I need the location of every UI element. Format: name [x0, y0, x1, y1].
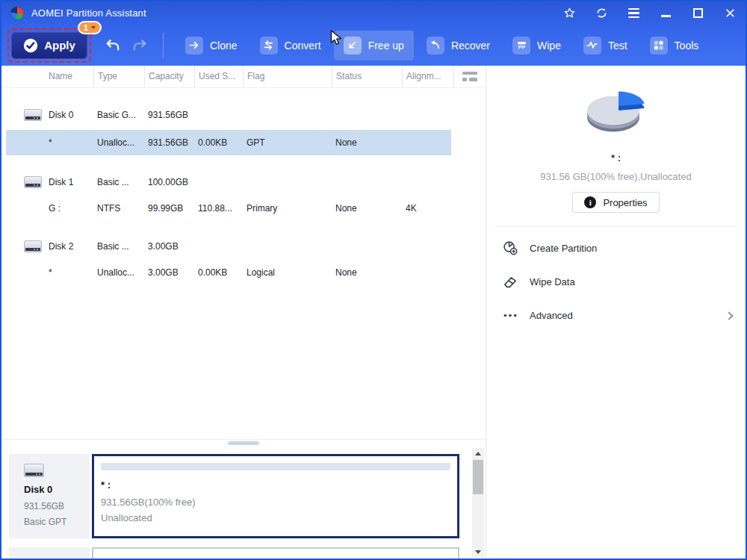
wipe-data-icon [503, 274, 518, 290]
advanced-dots-icon [503, 308, 518, 323]
app-window: AOMEI Partition Assistant Apply [0, 0, 747, 560]
cell-capacity: 3.00GB [144, 241, 194, 252]
cell-used: 0.00KB [194, 137, 243, 148]
column-header-alignm[interactable]: Alignm... [402, 66, 453, 87]
action-label: Advanced [530, 310, 573, 321]
action-label: Wipe Data [530, 276, 575, 287]
column-settings-icon [462, 72, 477, 81]
disk-row[interactable]: Disk 2Basic ...3.00GB [1, 235, 486, 258]
action-label: Create Partition [530, 243, 597, 254]
partition-filesystem: Unallocated [101, 512, 450, 523]
pending-operations-badge[interactable]: 1 [78, 21, 102, 34]
partition-usage-bar [101, 463, 450, 470]
cell-capacity: 931.56GB [144, 110, 194, 120]
cell-status: None [332, 203, 402, 214]
disk-icon-cell [1, 176, 45, 188]
column-header-capacity[interactable]: Capacity [144, 66, 194, 87]
cell-flag: GPT [243, 137, 332, 148]
disk-icon [24, 464, 44, 477]
scroll-down-button[interactable] [472, 547, 484, 557]
apply-button[interactable]: Apply [11, 32, 87, 59]
disk-icon [24, 176, 42, 188]
info-icon: i [584, 196, 596, 208]
test-icon [583, 37, 601, 55]
refresh-icon[interactable] [595, 7, 608, 20]
splitter-handle[interactable] [228, 441, 259, 445]
star-icon[interactable] [562, 7, 576, 20]
disk-icon [24, 240, 42, 252]
cell-capacity: 100.00GB [144, 177, 194, 187]
column-header-type[interactable]: Type [93, 66, 144, 87]
cell-type: Unalloc... [93, 267, 144, 278]
disk-map-disk-info[interactable]: Disk 0 931.56GB Basic GPT [9, 454, 90, 538]
properties-button[interactable]: i Properties [572, 192, 659, 213]
toolbar-button-recover[interactable]: Recover [417, 31, 500, 60]
action-list: Create PartitionWipe DataAdvanced [486, 231, 746, 332]
toolbar-button-test[interactable]: Test [574, 31, 637, 60]
cell-name: * [45, 267, 93, 278]
column-header-flag[interactable]: Flag [243, 66, 332, 87]
chevron-right-icon [725, 311, 733, 320]
toolbar-button-wipe[interactable]: Wipe [503, 31, 571, 60]
close-button[interactable] [723, 7, 737, 20]
cell-name: Disk 0 [45, 110, 93, 120]
cell-capacity: 99.99GB [144, 203, 194, 214]
column-header-name[interactable]: Name [45, 66, 93, 87]
vertical-scrollbar[interactable] [472, 448, 484, 557]
maximize-button[interactable] [691, 7, 704, 20]
undo-button[interactable] [103, 36, 123, 55]
toolbar-button-tools[interactable]: Tools [640, 31, 709, 60]
disk-map-type: Basic GPT [24, 517, 90, 527]
redo-button[interactable] [130, 36, 149, 55]
column-settings-button[interactable] [453, 66, 486, 87]
disk-table-pane: NameTypeCapacityUsed S...FlagStatusAlign… [1, 66, 486, 559]
minimize-button[interactable] [659, 7, 672, 20]
disk-icon-cell [1, 109, 45, 121]
badge-count: 1 [84, 23, 88, 32]
column-header-useds[interactable]: Used S... [194, 66, 243, 87]
toolbar-button-convert[interactable]: Convert [250, 31, 331, 60]
scroll-up-button[interactable] [472, 448, 484, 458]
cell-name: G : [45, 203, 93, 214]
cell-name: Disk 2 [45, 241, 93, 252]
disk-map-partition-selected[interactable]: * : 931.56GB(100% free) Unallocated [92, 454, 459, 538]
column-header-status[interactable]: Status [332, 66, 402, 87]
action-wipe-data[interactable]: Wipe Data [486, 265, 746, 299]
apply-label: Apply [44, 39, 75, 52]
menu-icon[interactable] [627, 7, 640, 20]
partition-row[interactable]: *Unalloc...3.00GB0.00KBLogicalNone [1, 261, 486, 284]
action-create-partition[interactable]: Create Partition [486, 231, 746, 265]
properties-label: Properties [603, 197, 647, 208]
disk-map-name: Disk 0 [24, 484, 90, 495]
apply-highlight-box: Apply 1 [7, 28, 91, 63]
toolbar-button-label: Recover [451, 40, 490, 52]
cell-used: 110.88... [194, 203, 243, 214]
toolbar-button-label: Free up [368, 40, 404, 52]
toolbar-button-label: Clone [210, 40, 238, 52]
disk-row[interactable]: Disk 1Basic ...100.00GB [1, 171, 486, 193]
disk-map-row: Disk 0 931.56GB Basic GPT * : 931.56GB(1… [9, 454, 459, 538]
action-advanced[interactable]: Advanced [486, 299, 746, 332]
disk-map-capacity: 931.56GB [24, 501, 90, 511]
clone-icon [185, 37, 203, 55]
disk-row[interactable]: Disk 0Basic G...931.56GB [1, 104, 486, 126]
disk-map-disk-info[interactable] [9, 547, 90, 559]
partition-row[interactable]: G :NTFS99.99GB110.88...PrimaryNone4K [1, 197, 486, 220]
titlebar: AOMEI Partition Assistant [1, 1, 746, 25]
disk-map-rows: Disk 0 931.56GB Basic GPT * : 931.56GB(1… [9, 454, 459, 559]
partition-row-selected[interactable]: *Unalloc...931.56GB0.00KBGPTNone [1, 130, 486, 155]
cell-type: Unalloc... [93, 137, 144, 148]
scrollbar-thumb[interactable] [473, 460, 483, 494]
toolbar-button-label: Convert [285, 40, 321, 52]
cell-capacity: 931.56GB [144, 137, 194, 148]
cell-capacity: 3.00GB [144, 267, 194, 278]
toolbar-button-free-up[interactable]: Free up [334, 31, 414, 60]
disk-icon [24, 109, 42, 121]
disk-map-partition[interactable] [92, 547, 459, 559]
disk-group: Disk 0Basic G...931.56GB*Unalloc...931.5… [1, 104, 486, 155]
recover-icon [427, 37, 444, 55]
titlebar-icons [562, 7, 737, 20]
toolbar-button-clone[interactable]: Clone [176, 31, 247, 60]
cell-flag: Primary [243, 203, 332, 214]
wipe-icon [512, 37, 530, 55]
